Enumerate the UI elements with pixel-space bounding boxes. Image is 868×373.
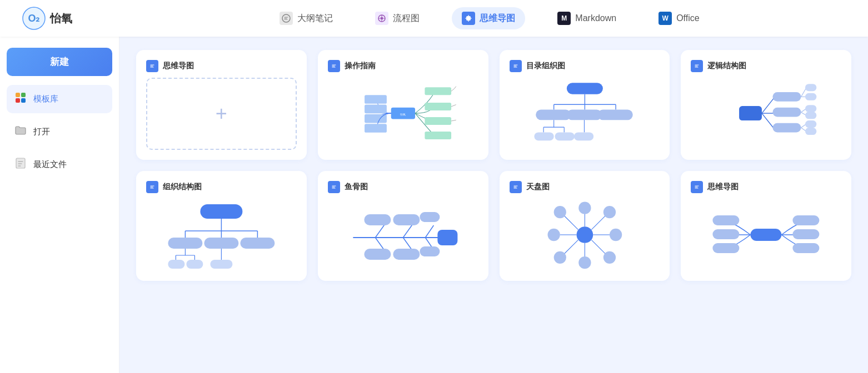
svg-rect-61: [805, 120, 816, 128]
svg-rect-34: [597, 110, 632, 120]
svg-rect-115: [751, 229, 782, 241]
svg-rect-83: [437, 230, 457, 245]
svg-rect-64: [200, 204, 242, 219]
tab-mindmap[interactable]: 思维导图: [452, 7, 525, 29]
svg-rect-22: [425, 132, 451, 139]
office-icon: W: [659, 12, 672, 25]
card-icon-fishbone: [328, 181, 340, 193]
svg-rect-50: [773, 123, 801, 133]
tab-mindmap-label: 思维导图: [480, 13, 515, 24]
svg-rect-87: [364, 214, 391, 225]
card-header-fishbone: 鱼骨图: [328, 181, 478, 193]
sidebar-item-templates-label: 模板库: [33, 94, 58, 104]
sidebar-item-open-label: 打开: [33, 127, 50, 137]
svg-rect-118: [713, 243, 740, 253]
new-card-plus[interactable]: +: [146, 78, 297, 150]
template-card-org[interactable]: 组织结构图: [136, 171, 307, 281]
card-icon-logic: [691, 60, 703, 72]
svg-rect-58: [805, 112, 816, 119]
svg-rect-62: [805, 128, 816, 135]
svg-text:怡氧: 怡氧: [400, 113, 406, 116]
svg-rect-20: [425, 103, 451, 110]
template-card-fishbone[interactable]: 鱼骨图: [318, 171, 488, 281]
svg-point-4: [381, 17, 383, 20]
svg-rect-121: [793, 243, 820, 253]
card-title-org: 组织结构图: [163, 182, 202, 192]
header: O₂ 怡氧 大纲笔记 流程图: [0, 0, 868, 37]
sidebar-item-recent[interactable]: 最近文件: [7, 150, 112, 179]
svg-rect-95: [420, 246, 440, 256]
svg-rect-94: [393, 249, 420, 260]
svg-rect-80: [210, 260, 232, 269]
card-icon-mindmap2: [691, 181, 703, 193]
svg-point-107: [578, 256, 591, 269]
svg-point-103: [609, 229, 621, 241]
template-card-catalog[interactable]: 目录组织图: [500, 50, 670, 160]
tab-flowchart[interactable]: 流程图: [365, 7, 430, 29]
svg-rect-49: [773, 108, 801, 117]
svg-rect-48: [773, 92, 801, 102]
svg-rect-40: [555, 132, 574, 140]
template-card-new[interactable]: 思维导图 +: [136, 50, 307, 160]
card-icon-org: [146, 181, 158, 193]
card-header-catalog: 目录组织图: [510, 60, 660, 72]
svg-rect-53: [805, 84, 816, 91]
sidebar-item-open[interactable]: 打开: [7, 118, 112, 146]
tab-flowchart-label: 流程图: [393, 13, 420, 24]
svg-point-111: [547, 229, 560, 241]
tab-office[interactable]: W Office: [648, 7, 710, 29]
svg-rect-88: [393, 214, 420, 225]
card-icon-tianpan: [510, 181, 522, 193]
card-title-fishbone: 鱼骨图: [345, 182, 368, 192]
svg-rect-19: [425, 87, 451, 95]
templates-icon: [14, 92, 27, 107]
card-preview-fishbone: [328, 199, 478, 271]
nav-tabs: 大纲笔记 流程图 思维导图 M: [133, 7, 846, 29]
tab-markdown[interactable]: M Markdown: [547, 7, 626, 29]
svg-rect-21: [425, 117, 451, 125]
new-button[interactable]: 新建: [7, 48, 112, 76]
svg-rect-7: [21, 93, 26, 97]
card-icon-new: [146, 60, 158, 72]
card-header-logic: 逻辑结构图: [691, 60, 841, 72]
svg-line-100: [591, 216, 605, 230]
svg-rect-26: [566, 83, 602, 94]
recent-icon: [14, 157, 27, 172]
card-preview-org: [146, 199, 297, 271]
svg-point-105: [603, 251, 615, 264]
tab-office-label: Office: [676, 13, 700, 23]
template-card-logic[interactable]: 逻辑结构图: [681, 50, 851, 160]
svg-rect-116: [713, 215, 740, 225]
tab-outline-label: 大纲笔记: [297, 13, 333, 24]
main-layout: 新建 模板库 打开: [0, 37, 868, 373]
svg-line-24: [451, 120, 456, 121]
svg-rect-119: [793, 215, 820, 225]
svg-line-104: [591, 240, 605, 254]
folder-icon: [14, 124, 27, 139]
svg-rect-5: [466, 16, 471, 21]
svg-line-23: [451, 105, 456, 107]
svg-point-99: [578, 202, 591, 214]
template-grid: 思维导图 + 操作指南: [136, 50, 851, 281]
svg-rect-9: [21, 98, 26, 103]
svg-rect-89: [420, 212, 440, 222]
svg-line-86: [425, 225, 433, 238]
svg-rect-39: [534, 132, 553, 140]
template-card-mindmap2[interactable]: 思维导图: [681, 171, 851, 281]
card-icon-catalog: [510, 60, 522, 72]
svg-point-97: [576, 226, 593, 243]
logo-icon: O₂: [22, 7, 46, 30]
template-card-guide[interactable]: 操作指南 怡氧: [318, 50, 488, 160]
tab-outline[interactable]: 大纲笔记: [270, 7, 343, 29]
sidebar-item-templates[interactable]: 模板库: [7, 85, 112, 113]
card-title-new: 思维导图: [163, 61, 194, 71]
svg-point-101: [603, 206, 615, 218]
card-header-tianpan: 天盘图: [510, 181, 660, 193]
svg-rect-70: [168, 238, 202, 249]
card-header-new: 思维导图: [146, 60, 297, 72]
card-title-mindmap2: 思维导图: [707, 182, 739, 192]
card-title-logic: 逻辑结构图: [707, 61, 746, 71]
template-card-tianpan[interactable]: 天盘图: [500, 171, 670, 281]
svg-rect-10: [16, 158, 25, 168]
svg-rect-93: [364, 249, 391, 260]
